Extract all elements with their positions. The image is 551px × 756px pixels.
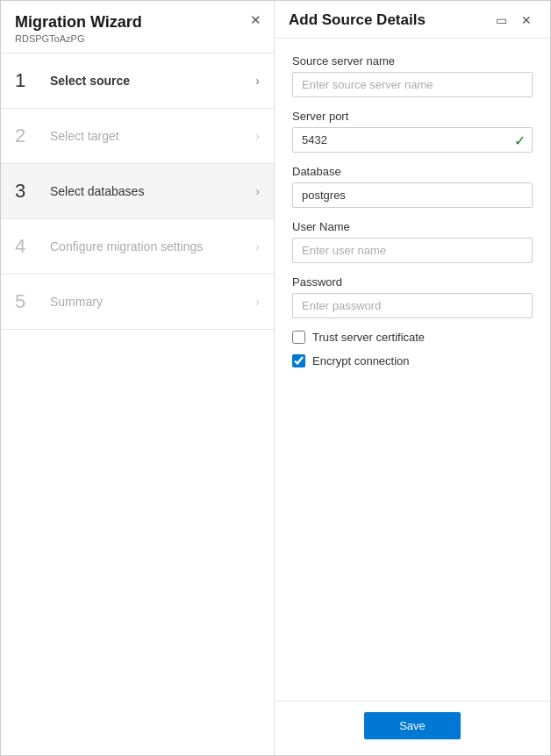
source-server-name-input-wrapper [292,72,533,97]
left-panel: Migration Wizard RDSPGToAzPG ✕ 1 Select … [1,1,275,755]
encrypt-connection-label[interactable]: Encrypt connection [312,354,410,367]
database-group: Database [292,165,533,208]
step-1-select-source[interactable]: 1 Select source › [1,53,274,109]
right-footer: Save [275,701,550,755]
right-content: Source server name Server port ✓ Databas… [275,39,550,701]
server-port-group: Server port ✓ [292,110,533,153]
header-action-buttons: ▭ ✕ [491,12,536,28]
save-button[interactable]: Save [364,712,461,739]
password-input-wrapper [292,293,533,318]
server-port-label: Server port [292,110,533,123]
database-input[interactable] [292,182,533,208]
server-port-input-wrapper: ✓ [292,127,533,153]
port-valid-icon: ✓ [514,132,526,148]
left-header: Migration Wizard RDSPGToAzPG ✕ [1,1,274,53]
source-server-name-label: Source server name [292,54,533,68]
password-label: Password [292,275,533,289]
server-port-input[interactable] [292,127,533,153]
step-3-number: 3 [15,182,43,201]
wizard-title: Migration Wizard [15,13,260,32]
step-1-number: 1 [15,71,43,90]
step-3-chevron-icon: › [255,184,260,198]
step-2-number: 2 [15,126,43,146]
step-5-chevron-icon: › [255,295,260,309]
database-input-wrapper [292,182,533,208]
source-server-name-group: Source server name [292,54,533,97]
step-1-label: Select source [50,74,255,88]
step-4-chevron-icon: › [255,239,260,253]
step-4-label: Configure migration settings [50,239,255,253]
step-2-chevron-icon: › [255,129,260,143]
step-4-configure-migration[interactable]: 4 Configure migration settings › [1,219,274,275]
trust-cert-checkbox[interactable] [292,331,305,344]
password-input[interactable] [292,293,533,318]
encrypt-connection-row: Encrypt connection [292,354,533,367]
step-1-chevron-icon: › [255,74,260,88]
maximize-button[interactable]: ▭ [491,12,512,28]
source-server-name-input[interactable] [292,72,533,97]
trust-cert-row: Trust server certificate [292,331,533,344]
step-5-summary[interactable]: 5 Summary › [1,275,274,330]
close-wizard-button[interactable]: ✕ [248,11,263,28]
trust-cert-label[interactable]: Trust server certificate [312,331,425,344]
right-panel-title: Add Source Details [289,11,426,29]
close-panel-button[interactable]: ✕ [517,12,536,28]
step-4-number: 4 [15,237,43,256]
wizard-subtitle: RDSPGToAzPG [15,33,260,44]
step-5-number: 5 [15,292,43,311]
username-input[interactable] [292,238,533,263]
password-group: Password [292,275,533,318]
step-3-label: Select databases [50,184,255,198]
database-label: Database [292,165,533,178]
username-label: User Name [292,220,533,233]
step-3-select-databases[interactable]: 3 Select databases › [1,164,274,219]
encrypt-connection-checkbox[interactable] [292,354,305,367]
step-5-label: Summary [50,295,255,309]
username-input-wrapper [292,238,533,263]
right-panel: Add Source Details ▭ ✕ Source server nam… [275,1,550,755]
right-header: Add Source Details ▭ ✕ [275,1,550,39]
username-group: User Name [292,220,533,263]
step-2-select-target[interactable]: 2 Select target › [1,109,274,164]
step-2-label: Select target [50,129,255,143]
